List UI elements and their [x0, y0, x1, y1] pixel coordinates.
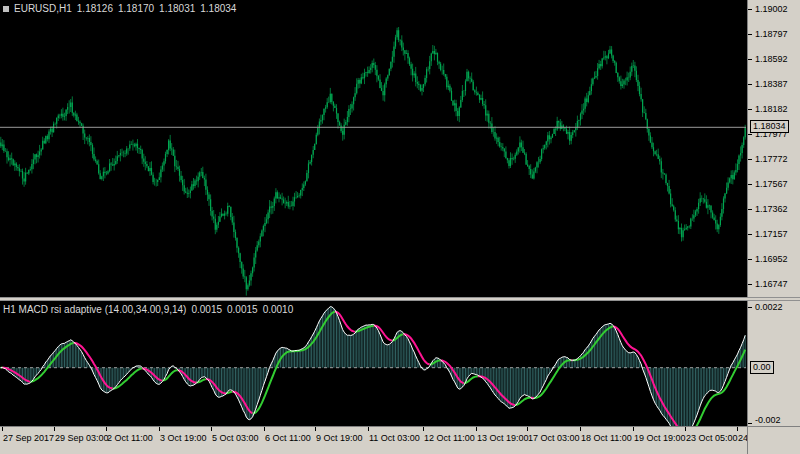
- price-axis[interactable]: 1.190021.187971.185921.183871.181821.179…: [747, 0, 800, 297]
- price-axis-tick: [748, 109, 752, 110]
- price-axis-label: 1.18592: [755, 54, 788, 64]
- signal-line-segment: [515, 398, 531, 405]
- price-axis-label: 1.16952: [755, 254, 788, 264]
- ohlc-value: 1.18034: [200, 3, 236, 14]
- time-axis-label: 3 Oct 19:00: [160, 433, 207, 443]
- price-axis-tick: [748, 284, 752, 285]
- price-axis-tick: [748, 159, 752, 160]
- axis-corner: [747, 426, 800, 454]
- indicator-axis-tick: [748, 307, 752, 308]
- current-price-marker: 1.18034: [750, 120, 789, 133]
- time-axis-tick: [737, 427, 738, 431]
- time-axis-label: 13 Oct 19:00: [477, 433, 529, 443]
- time-axis-tick: [527, 427, 528, 431]
- indicator-zero-marker: 0.00: [750, 361, 774, 374]
- time-axis-tick: [476, 427, 477, 431]
- indicator-title-overlay: H1 MACD rsi adaptive (14.00,34.00,9,14) …: [3, 304, 293, 315]
- indicator-axis-tick: [748, 423, 752, 424]
- ohlc-values: 1.181261.181701.180311.18034: [77, 3, 237, 14]
- indicator-panel[interactable]: H1 MACD rsi adaptive (14.00,34.00,9,14) …: [0, 301, 747, 426]
- price-axis-label: 1.18182: [755, 104, 788, 114]
- ohlc-value: 1.18126: [77, 3, 113, 14]
- time-axis-label: 11 Oct 03:00: [369, 433, 420, 443]
- price-axis-label: 1.18387: [755, 79, 788, 89]
- price-axis-tick: [748, 234, 752, 235]
- indicator-value: 0.0015: [227, 304, 258, 315]
- indicator-value: 0.0015: [191, 304, 222, 315]
- time-axis-tick: [264, 427, 265, 431]
- candle-wicks: [1, 27, 745, 296]
- time-axis[interactable]: 27 Sep 201729 Sep 03:002 Oct 11:003 Oct …: [0, 426, 747, 454]
- indicator-name: H1 MACD rsi adaptive (14.00,34.00,9,14): [3, 304, 186, 315]
- time-axis-tick: [633, 427, 634, 431]
- price-axis-tick: [748, 34, 752, 35]
- price-axis-label: 1.17772: [755, 154, 788, 164]
- indicator-axis-label: -0.002: [755, 415, 781, 425]
- price-chart-panel[interactable]: EURUSD,H1 1.181261.181701.180311.18034: [0, 0, 747, 297]
- candlestick-chart[interactable]: [0, 0, 746, 297]
- time-axis-tick: [315, 427, 316, 431]
- time-axis-tick: [159, 427, 160, 431]
- price-axis-tick: [748, 84, 752, 85]
- time-axis-label: 19 Oct 19:00: [634, 433, 686, 443]
- time-axis-tick: [211, 427, 212, 431]
- price-axis-label: 1.19002: [755, 4, 788, 14]
- indicator-axis-label: 0.0022: [755, 302, 783, 312]
- time-axis-tick: [423, 427, 424, 431]
- ohlc-value: 1.18031: [159, 3, 195, 14]
- time-axis-tick: [368, 427, 369, 431]
- time-axis-label: 6 Oct 11:00: [265, 433, 311, 443]
- indicator-axis[interactable]: 0.0022-0.0020.00: [747, 301, 800, 426]
- ohlc-value: 1.18170: [118, 3, 154, 14]
- time-axis-tick: [580, 427, 581, 431]
- price-axis-tick: [748, 209, 752, 210]
- price-axis-label: 1.17157: [755, 229, 788, 239]
- time-axis-label: 17 Oct 03:00: [528, 433, 580, 443]
- time-axis-label: 23 Oct 05:00: [686, 433, 738, 443]
- time-axis-tick: [106, 427, 107, 431]
- chart-marker-icon: [3, 6, 9, 12]
- price-axis-tick: [748, 259, 752, 260]
- price-axis-tick: [748, 9, 752, 10]
- time-axis-tick: [2, 427, 3, 431]
- symbol-label: EURUSD,H1: [14, 3, 72, 14]
- time-axis-label: 12 Oct 11:00: [424, 433, 475, 443]
- time-axis-label: 27 Sep 2017: [3, 433, 54, 443]
- time-axis-label: 5 Oct 03:00: [212, 433, 259, 443]
- price-axis-label: 1.16747: [755, 279, 788, 289]
- price-axis-label: 1.17362: [755, 204, 788, 214]
- time-axis-tick: [685, 427, 686, 431]
- price-axis-tick: [748, 134, 752, 135]
- chart-title-overlay: EURUSD,H1 1.181261.181701.180311.18034: [3, 3, 236, 14]
- mt4-chart-window: EURUSD,H1 1.181261.181701.180311.18034 1…: [0, 0, 800, 454]
- time-axis-label: 2 Oct 11:00: [107, 433, 153, 443]
- indicator-value: 0.0010: [263, 304, 294, 315]
- time-axis-label: 29 Sep 03:00: [55, 433, 109, 443]
- time-axis-label: 9 Oct 19:00: [316, 433, 363, 443]
- price-axis-label: 1.18797: [755, 29, 788, 39]
- price-axis-tick: [748, 59, 752, 60]
- price-axis-tick: [748, 184, 752, 185]
- time-axis-label: 18 Oct 11:00: [581, 433, 632, 443]
- time-axis-tick: [54, 427, 55, 431]
- signal-line-segment: [403, 334, 429, 364]
- signal-line-segment: [688, 350, 746, 426]
- macd-indicator-chart[interactable]: [0, 301, 746, 426]
- indicator-values: 0.00150.00150.0010: [191, 304, 293, 315]
- price-axis-label: 1.17567: [755, 179, 788, 189]
